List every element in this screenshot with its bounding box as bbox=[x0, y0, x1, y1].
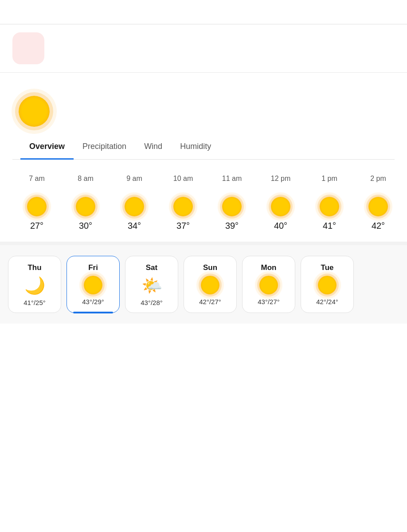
current-weather-section: Overview Precipitation Wind Humidity bbox=[0, 73, 407, 164]
daily-card[interactable]: Thu 🌙 41°/25° bbox=[8, 256, 61, 313]
daily-day: Tue bbox=[321, 263, 334, 272]
hourly-time: 12 pm bbox=[271, 175, 290, 183]
hourly-time: 2 pm bbox=[370, 175, 386, 183]
daily-card[interactable]: Mon 43°/27° bbox=[242, 256, 295, 313]
daily-temps: 43°/28° bbox=[141, 299, 163, 306]
sun-icon bbox=[318, 276, 337, 294]
tab-overview[interactable]: Overview bbox=[20, 135, 74, 160]
daily-card[interactable]: Fri 43°/29° bbox=[67, 256, 120, 313]
sun-icon bbox=[271, 197, 290, 216]
hourly-item: 10 am 37° bbox=[159, 175, 207, 231]
daily-temps: 43°/29° bbox=[82, 298, 104, 305]
hourly-item: 2 pm 42° bbox=[354, 175, 403, 231]
daily-day: Mon bbox=[261, 263, 277, 272]
moon-icon: 🌙 bbox=[24, 276, 45, 295]
current-temp-row bbox=[12, 90, 50, 127]
alert-banner[interactable] bbox=[0, 24, 407, 73]
hourly-item: 11 am 39° bbox=[207, 175, 256, 231]
sun-icon bbox=[173, 197, 193, 216]
menu-button[interactable] bbox=[386, 12, 395, 16]
sun-icon bbox=[259, 276, 278, 294]
weather-tabs: Overview Precipitation Wind Humidity bbox=[12, 135, 395, 160]
daily-temps: 42°/27° bbox=[199, 298, 221, 305]
hourly-section: 7 am 27° 8 am 30° 9 am 34° 10 am 37° 11 … bbox=[0, 164, 407, 245]
tab-humidity[interactable]: Humidity bbox=[171, 135, 220, 160]
sun-icon bbox=[320, 197, 339, 216]
hourly-temperature: 39° bbox=[225, 221, 239, 231]
hourly-item: 7 am 27° bbox=[12, 175, 61, 231]
daily-temps: 41°/25° bbox=[23, 299, 46, 306]
hourly-time: 10 am bbox=[173, 175, 193, 183]
daily-day: Fri bbox=[88, 263, 98, 272]
hourly-scroll[interactable]: 7 am 27° 8 am 30° 9 am 34° 10 am 37° 11 … bbox=[12, 175, 407, 231]
hourly-time: 11 am bbox=[222, 175, 242, 183]
daily-day: Thu bbox=[27, 263, 41, 272]
alert-text bbox=[54, 47, 390, 49]
hourly-time: 8 am bbox=[78, 175, 94, 183]
daily-card[interactable]: Sat 🌤️ 43°/28° bbox=[125, 256, 178, 313]
hourly-item: 9 am 34° bbox=[110, 175, 159, 231]
app-header bbox=[0, 0, 407, 24]
hourly-temperature: 42° bbox=[372, 221, 385, 231]
sun-icon bbox=[368, 197, 388, 216]
sun-icon bbox=[27, 197, 47, 216]
daily-day: Sun bbox=[203, 263, 217, 272]
hourly-item: 8 am 30° bbox=[61, 175, 110, 231]
hourly-temperature: 37° bbox=[176, 221, 190, 231]
daily-temps: 43°/27° bbox=[258, 298, 280, 305]
sun-icon bbox=[222, 197, 242, 216]
sun-icon bbox=[84, 276, 102, 294]
sun-icon bbox=[201, 276, 219, 294]
hourly-temperature: 41° bbox=[323, 221, 336, 231]
daily-day: Sat bbox=[146, 263, 157, 272]
hourly-time: 7 am bbox=[29, 175, 45, 183]
sun-icon bbox=[76, 197, 95, 216]
hourly-temperature: 40° bbox=[274, 221, 287, 231]
daily-section: Thu 🌙 41°/25° Fri 43°/29° Sat 🌤️ 43°/28°… bbox=[0, 245, 407, 324]
sun-icon bbox=[19, 96, 50, 127]
tab-precipitation[interactable]: Precipitation bbox=[74, 135, 135, 160]
daily-card[interactable]: Tue 42°/24° bbox=[301, 256, 354, 313]
hourly-temperature: 27° bbox=[30, 221, 43, 231]
hourly-time: 1 pm bbox=[321, 175, 337, 183]
hourly-item: 1 pm 41° bbox=[305, 175, 354, 231]
current-main-row bbox=[12, 90, 395, 127]
sun-icon bbox=[125, 197, 144, 216]
daily-card[interactable]: Sun 42°/27° bbox=[184, 256, 237, 313]
hourly-item: 12 pm 40° bbox=[256, 175, 305, 231]
tab-wind[interactable]: Wind bbox=[135, 135, 171, 160]
selected-indicator bbox=[73, 312, 113, 313]
alert-icon-wrap bbox=[12, 32, 44, 64]
hourly-temperature: 30° bbox=[79, 221, 92, 231]
daily-temps: 42°/24° bbox=[316, 298, 338, 305]
hourly-temperature: 34° bbox=[128, 221, 141, 231]
partly-cloudy-icon: 🌤️ bbox=[141, 276, 162, 295]
hourly-time: 9 am bbox=[126, 175, 142, 183]
